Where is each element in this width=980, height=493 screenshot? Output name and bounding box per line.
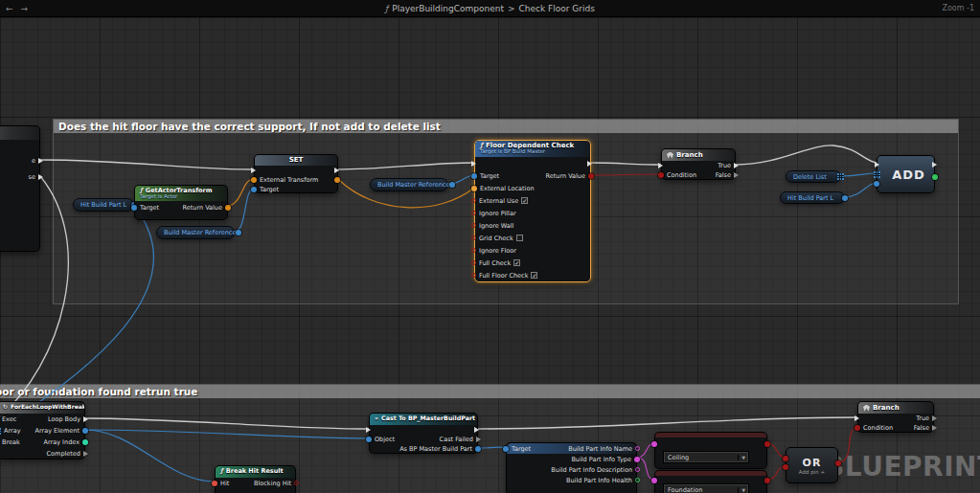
node-equal-enum[interactable]: Foundation ▼ bbox=[654, 470, 767, 493]
object-in-pin[interactable] bbox=[471, 173, 477, 179]
enum-in-pin[interactable] bbox=[651, 441, 657, 447]
exec-out-pin[interactable] bbox=[474, 427, 479, 433]
pin-label: Completed bbox=[47, 450, 80, 458]
checkbox-external-use[interactable] bbox=[521, 197, 528, 204]
node-row: Build Part Info Type bbox=[507, 454, 636, 464]
variable-node-build-master-reference[interactable]: Build Master Reference bbox=[370, 178, 448, 191]
exec-out-pin[interactable] bbox=[83, 451, 88, 457]
bool-in-pin[interactable] bbox=[471, 198, 476, 203]
object-out-pin[interactable] bbox=[475, 446, 481, 452]
int-out-pin[interactable] bbox=[932, 174, 938, 180]
exec-out-pin[interactable] bbox=[38, 174, 43, 180]
array-out-pin[interactable] bbox=[837, 173, 844, 180]
exec-in-pin[interactable] bbox=[471, 161, 476, 167]
node-array-add[interactable]: ADD bbox=[877, 155, 935, 193]
node-branch[interactable]: Branch True Condition False bbox=[857, 401, 934, 433]
array-in-pin[interactable] bbox=[874, 171, 880, 178]
node-title: Branch bbox=[676, 151, 703, 159]
float-out-pin[interactable] bbox=[635, 478, 640, 482]
object-in-pin[interactable] bbox=[251, 187, 257, 192]
node-row: Break Array Index bbox=[0, 437, 84, 448]
object-in-pin[interactable] bbox=[366, 437, 372, 442]
exec-out-pin[interactable] bbox=[932, 415, 937, 421]
exec-out-pin[interactable] bbox=[734, 163, 739, 168]
exec-in-pin[interactable] bbox=[875, 162, 879, 168]
exec-out-pin[interactable] bbox=[587, 161, 592, 167]
pin-label: Return Value bbox=[546, 172, 586, 180]
add-pin-button[interactable]: Add pin + bbox=[799, 469, 825, 475]
node-break-hit-result[interactable]: ƒBreak Hit Result Hit Blocking Hit bbox=[215, 465, 296, 493]
int-out-pin[interactable] bbox=[82, 439, 88, 445]
transform-out-pin[interactable] bbox=[225, 205, 231, 211]
checkbox-grid-check[interactable] bbox=[516, 235, 523, 241]
bool-in-pin[interactable] bbox=[471, 235, 476, 240]
exec-out-pin[interactable] bbox=[38, 158, 43, 164]
object-in-pin[interactable] bbox=[131, 205, 137, 211]
node-get-actor-transform[interactable]: ƒGetActorTransform Target is Actor Targe… bbox=[134, 185, 228, 220]
checkbox-full-check[interactable] bbox=[513, 259, 520, 266]
bool-in-pin[interactable] bbox=[783, 456, 788, 461]
node-build-part-info[interactable]: Target Build Part Info Name Build Part I… bbox=[506, 442, 637, 493]
bool-in-pin[interactable] bbox=[658, 172, 664, 178]
pin-label: se bbox=[29, 173, 35, 181]
node-foreach-loop-with-break[interactable]: ↻ForEachLoopWithBreak Exec Loop Body Arr… bbox=[0, 401, 85, 459]
checkbox-full-floor-check[interactable] bbox=[531, 272, 537, 279]
bool-out-pin[interactable] bbox=[764, 441, 770, 447]
bool-in-pin[interactable] bbox=[783, 464, 788, 470]
node-set-external-transform[interactable]: SET External Transform Target bbox=[254, 154, 338, 193]
comment-header[interactable]: Does the hit floor have the correct supp… bbox=[54, 120, 958, 133]
pin-label: Blocking Hit bbox=[254, 480, 291, 487]
bool-out-pin[interactable] bbox=[294, 481, 299, 485]
bool-out-pin[interactable] bbox=[588, 173, 594, 179]
enum-out-pin[interactable] bbox=[634, 457, 640, 462]
exec-in-pin[interactable] bbox=[366, 427, 371, 433]
bool-in-pin[interactable] bbox=[471, 211, 476, 215]
bool-out-pin[interactable] bbox=[764, 478, 770, 483]
breadcrumb-graph[interactable]: Check Floor Grids bbox=[519, 4, 595, 13]
string-out-pin[interactable] bbox=[635, 446, 640, 451]
element-out-pin[interactable] bbox=[82, 428, 88, 434]
transform-out-pin[interactable] bbox=[334, 177, 340, 183]
bool-in-pin[interactable] bbox=[471, 248, 476, 253]
struct-in-pin[interactable] bbox=[212, 481, 217, 486]
exec-out-pin[interactable] bbox=[932, 425, 937, 431]
variable-node-hit-build-part[interactable]: Hit Build Part L bbox=[780, 191, 845, 204]
node-boolean-or[interactable]: OR Add pin + bbox=[786, 447, 838, 483]
string-out-pin[interactable] bbox=[635, 467, 640, 472]
variable-label: Hit Build Part L bbox=[80, 201, 126, 209]
breadcrumb-component[interactable]: PlayerBuildingComponent bbox=[392, 4, 504, 13]
node-offscreen-branch[interactable]: e se bbox=[0, 125, 40, 252]
node-floor-dependent-check[interactable]: ƒFloor Dependent Check Target is BP Buil… bbox=[474, 140, 591, 282]
array-in-pin[interactable] bbox=[0, 428, 1, 435]
enum-dropdown[interactable]: Ceiling ▼ bbox=[663, 451, 749, 463]
node-equal-enum[interactable]: Ceiling ▼ bbox=[654, 432, 767, 469]
comment-header[interactable]: oor or foundation found retrun true bbox=[0, 385, 980, 398]
enum-dropdown[interactable]: Foundation ▼ bbox=[663, 483, 749, 493]
exec-in-pin[interactable] bbox=[251, 168, 256, 173]
exec-out-pin[interactable] bbox=[83, 416, 88, 422]
bool-in-pin[interactable] bbox=[471, 273, 476, 278]
bool-in-pin[interactable] bbox=[471, 260, 476, 265]
exec-in-pin[interactable] bbox=[855, 415, 859, 421]
exec-in-pin[interactable] bbox=[658, 163, 663, 168]
bool-out-pin[interactable] bbox=[835, 460, 841, 466]
transform-in-pin[interactable] bbox=[251, 177, 257, 183]
pin-label: Grid Check bbox=[479, 235, 513, 242]
variable-label: Build Master Reference bbox=[164, 229, 236, 236]
object-out-pin[interactable] bbox=[842, 195, 848, 201]
node-cast-to-bp-masterbuildpart[interactable]: »Cast To BP_MasterBuildPart Object Cast … bbox=[369, 413, 478, 454]
bool-in-pin[interactable] bbox=[471, 223, 476, 228]
object-in-pin[interactable] bbox=[503, 446, 509, 452]
object-in-pin[interactable] bbox=[874, 181, 879, 187]
exec-out-pin[interactable] bbox=[932, 162, 937, 168]
variable-node-hit-build-part[interactable]: Hit Build Part L bbox=[73, 198, 134, 212]
exec-out-pin[interactable] bbox=[334, 168, 339, 173]
variable-node-delete-list[interactable]: Delete List bbox=[786, 170, 841, 183]
node-branch[interactable]: Branch True Condition False bbox=[661, 148, 736, 180]
exec-out-pin[interactable] bbox=[734, 172, 739, 178]
bool-in-pin[interactable] bbox=[855, 425, 860, 431]
variable-node-build-master-reference[interactable]: Build Master Reference bbox=[156, 226, 235, 239]
exec-out-pin[interactable] bbox=[476, 437, 481, 442]
enum-in-pin[interactable] bbox=[651, 478, 657, 483]
vector-in-pin[interactable] bbox=[471, 186, 477, 191]
